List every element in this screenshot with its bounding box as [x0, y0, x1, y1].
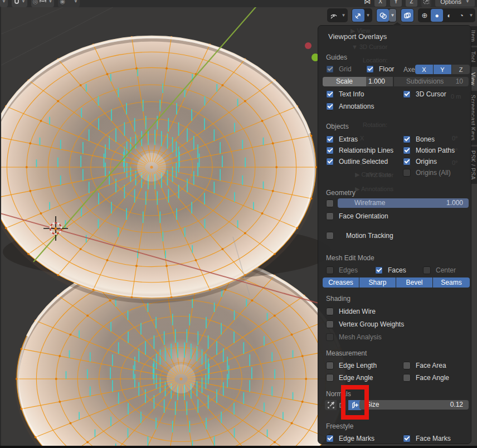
text-info-checkbox[interactable] — [326, 90, 334, 98]
rendered-shading-icon[interactable]: ◔ — [455, 9, 468, 22]
pivot-dropdown-button[interactable]: ▼ — [0, 0, 8, 7]
material-preview-icon[interactable]: ◐ — [443, 9, 455, 22]
ghost-location: Location: — [363, 57, 388, 64]
overlays-icon[interactable] — [377, 9, 389, 22]
grid-checkbox[interactable] — [326, 65, 334, 73]
mirror-x-button[interactable]: X — [374, 0, 386, 7]
floor-label: Floor — [379, 65, 394, 73]
arc-icon: ⌒ — [66, 0, 72, 4]
extras-label: Extras — [339, 135, 358, 143]
snap-target-button[interactable] — [421, 0, 431, 7]
motion-paths-checkbox[interactable] — [403, 147, 411, 154]
overlays-group[interactable]: ▼ — [376, 8, 397, 22]
grid-subdivisions-slider[interactable]: Subdivisions 10 — [394, 77, 469, 86]
face-area-label: Face Area — [416, 362, 446, 369]
falloff-icon — [39, 0, 47, 5]
edges-label: Edges — [339, 266, 358, 274]
bevel-button[interactable]: Bevel — [396, 277, 432, 288]
visibility-group[interactable]: ▼ — [327, 8, 348, 22]
floor-checkbox[interactable] — [366, 65, 374, 73]
origins-all-checkbox[interactable] — [403, 169, 411, 177]
highlight-annotation — [341, 385, 369, 420]
ghost-rx: X — [360, 135, 364, 142]
edge-angle-checkbox[interactable] — [326, 374, 334, 382]
face-area-checkbox[interactable] — [403, 362, 411, 369]
3d-cursor-label: 3D Cursor — [416, 90, 446, 98]
measurement-header: Measurement — [326, 349, 367, 357]
transform-options-group[interactable]: ◉ ⌒ ▼ — [58, 0, 80, 7]
face-marks-checkbox[interactable] — [403, 435, 411, 442]
edge-length-checkbox[interactable] — [326, 362, 334, 369]
gizmos-group[interactable]: ▼ — [352, 8, 372, 22]
ghost-zero-m: 0 m — [451, 93, 461, 100]
axes-z-toggle[interactable]: Z — [452, 65, 470, 74]
viewport-header-toggles: ▼ ▼ ▼ ⊕ ● ◐ ◔ ▼ — [327, 8, 475, 22]
proportional-edit-group[interactable]: ◎ ▼ — [31, 0, 55, 7]
vertex-normals-button[interactable] — [325, 400, 337, 410]
edge-marks-checkbox[interactable] — [326, 435, 334, 442]
window-bottom-edge — [0, 446, 477, 448]
objects-header: Objects — [326, 123, 349, 130]
wireframe-value: 1.000 — [446, 199, 463, 207]
wireframe-checkbox[interactable] — [326, 199, 334, 207]
origins-checkbox[interactable] — [403, 158, 411, 165]
3d-cursor-checkbox[interactable] — [403, 90, 411, 98]
chevron-down-icon[interactable]: ▼ — [364, 9, 372, 22]
edges-checkbox[interactable] — [326, 266, 334, 274]
chevron-down-icon: ▼ — [48, 0, 52, 4]
xray-icon — [401, 9, 413, 22]
wireframe-slider[interactable]: Wireframe 1.000 — [338, 198, 469, 208]
sharp-button[interactable]: Sharp — [359, 277, 396, 288]
mirror-icon: ⋈ — [364, 0, 371, 5]
popover-arrow — [392, 22, 402, 26]
dashed-square-icon — [423, 0, 430, 6]
face-orientation-checkbox[interactable] — [326, 212, 334, 220]
center-checkbox[interactable] — [423, 266, 431, 274]
chevron-down-icon: ▼ — [74, 0, 78, 4]
chevron-down-icon: ▼ — [2, 0, 6, 4]
edge-marks-label: Edge Marks — [339, 435, 374, 442]
face-marks-label: Face Marks — [416, 435, 451, 442]
shading-mode-group: ⊕ ● ◐ ◔ ▼ — [418, 8, 475, 22]
gizmo-icon[interactable] — [352, 9, 364, 22]
eye-icon — [328, 9, 340, 22]
annotations-checkbox[interactable] — [326, 103, 334, 110]
mesh-edit-mode-header: Mesh Edit Mode — [326, 254, 374, 262]
extras-checkbox[interactable] — [326, 135, 334, 143]
chevron-down-icon: ▼ — [465, 0, 470, 4]
options-dropdown-button[interactable]: Options ▼ — [435, 0, 475, 7]
axes-y-toggle[interactable]: Y — [434, 65, 451, 74]
grid-label: Grid — [339, 65, 352, 73]
normals-size-slider[interactable]: Size 0.12 — [359, 400, 469, 410]
mirror-z-button[interactable]: Z — [406, 0, 417, 7]
wireframe-shading-icon[interactable]: ⊕ — [418, 9, 431, 22]
seams-button[interactable]: Seams — [433, 277, 470, 288]
ghost-3d-cursor-panel: ▼ 3D Cursor — [352, 43, 387, 50]
solid-shading-icon[interactable]: ● — [431, 9, 443, 22]
relationship-lines-checkbox[interactable] — [326, 147, 334, 154]
motion-tracking-checkbox[interactable] — [326, 232, 334, 240]
guides-header: Guides — [326, 53, 347, 61]
motion-paths-label: Motion Paths — [416, 147, 455, 154]
chevron-down-icon[interactable]: ▼ — [468, 9, 475, 22]
edit-mode-header: ▼ ▼ ◎ ▼ ◉ ⌒ ▼ ⋈ X Y — [0, 0, 477, 7]
creases-button[interactable]: Creases — [323, 277, 359, 288]
grid-scale-slider[interactable]: Scale 1.000 — [323, 77, 393, 86]
faces-checkbox[interactable] — [375, 266, 383, 274]
xray-toggle[interactable] — [401, 8, 414, 22]
outline-selected-checkbox[interactable] — [326, 158, 334, 165]
vertex-group-weights-checkbox[interactable] — [326, 320, 334, 328]
axes-x-toggle[interactable]: X — [415, 65, 433, 74]
overlays-dropdown-chevron[interactable]: ▼ — [389, 9, 396, 22]
snap-group[interactable]: ▼ — [12, 0, 27, 7]
hidden-wire-checkbox[interactable] — [326, 308, 334, 315]
popover-title: Viewport Overlays — [328, 32, 387, 41]
chevron-down-icon[interactable]: ▼ — [340, 9, 347, 22]
ghost-collections: ▶ Collections — [355, 171, 391, 178]
face-angle-checkbox[interactable] — [403, 374, 411, 382]
subdivisions-label: Subdivisions — [406, 77, 444, 85]
bones-checkbox[interactable] — [403, 135, 411, 143]
mesh-analysis-checkbox[interactable] — [326, 333, 334, 341]
mirror-y-button[interactable]: Y — [390, 0, 402, 7]
region-border — [0, 0, 1, 448]
